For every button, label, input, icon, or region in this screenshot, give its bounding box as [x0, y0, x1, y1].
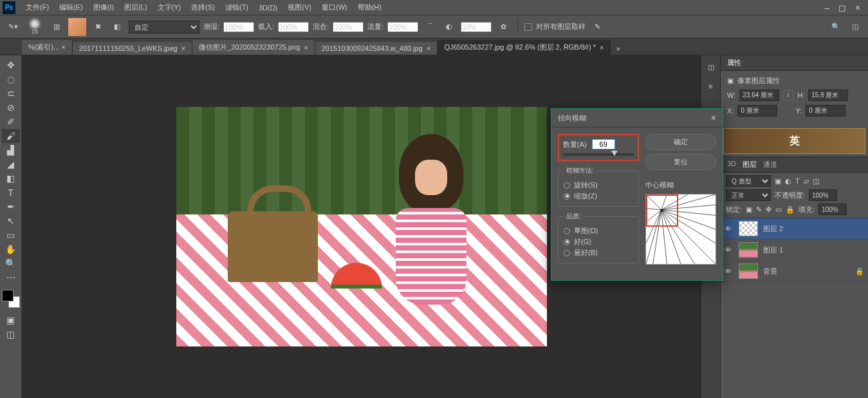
- layer-row[interactable]: 👁 背景 🔒: [721, 261, 868, 282]
- panel-tab-channels[interactable]: 通道: [763, 160, 777, 169]
- menu-window[interactable]: 窗口(W): [317, 3, 353, 12]
- color-swatches[interactable]: [2, 290, 20, 308]
- menu-view[interactable]: 视图(V): [282, 3, 317, 12]
- lock-paint-icon[interactable]: ✎: [756, 205, 762, 214]
- quality-best-radio[interactable]: 最好(B): [564, 248, 633, 258]
- tool-preset-icon[interactable]: ✎▾: [5, 19, 21, 35]
- hand-tool-icon[interactable]: ✋: [2, 242, 20, 256]
- window-minimize-icon[interactable]: ‒: [819, 3, 835, 13]
- reset-button[interactable]: 复位: [645, 154, 716, 170]
- method-zoom-radio[interactable]: 缩放(Z): [564, 191, 633, 201]
- brush-panel-icon[interactable]: ▥: [49, 19, 64, 35]
- shape-tool-icon[interactable]: ▭: [2, 228, 20, 242]
- layer-row[interactable]: 👁 图层 1: [721, 240, 868, 261]
- load-input[interactable]: [278, 22, 309, 32]
- layer-thumb[interactable]: [739, 263, 758, 279]
- zoom-tool-icon[interactable]: 🔍: [2, 256, 20, 270]
- method-spin-radio[interactable]: 旋转(S): [564, 180, 633, 190]
- layer-name[interactable]: 图层 2: [763, 224, 783, 234]
- layer-thumb[interactable]: [739, 242, 758, 258]
- close-icon[interactable]: ×: [600, 44, 604, 52]
- quickselect-tool-icon[interactable]: ⊘: [2, 100, 20, 115]
- blend-mode-select[interactable]: 正常: [726, 189, 771, 201]
- ok-button[interactable]: 确定: [645, 134, 716, 150]
- tablet-pressure-icon[interactable]: ✎: [589, 19, 605, 35]
- menu-filter[interactable]: 滤镜(T): [220, 3, 254, 12]
- gradient-tool-icon[interactable]: ◧: [2, 171, 20, 185]
- width-input[interactable]: [739, 90, 779, 101]
- menu-type[interactable]: 文字(Y): [152, 3, 187, 12]
- panel-tab-properties[interactable]: 属性: [727, 58, 741, 68]
- tab-2[interactable]: 微信图片_20200523230725.png×: [192, 40, 315, 55]
- pen-tool-icon[interactable]: ✒: [2, 200, 20, 214]
- search-icon[interactable]: 🔍: [828, 19, 844, 35]
- brush-preview[interactable]: 15: [24, 18, 45, 36]
- x-input[interactable]: [737, 105, 777, 117]
- color-swatch[interactable]: [68, 18, 86, 36]
- menu-edit[interactable]: 编辑(E): [54, 3, 88, 12]
- smoothing-input[interactable]: [461, 22, 492, 32]
- window-restore-icon[interactable]: ◻: [835, 3, 850, 13]
- tab-4-active[interactable]: QJ6505263227.jpg @ 82.6% (图层 2, RGB/8#) …: [438, 40, 611, 55]
- menu-layer[interactable]: 图层(L): [119, 3, 152, 12]
- sample-all-checkbox[interactable]: [524, 23, 532, 31]
- eraser-tool-icon[interactable]: ◢: [2, 157, 20, 171]
- lock-move-icon[interactable]: ✥: [766, 205, 771, 214]
- layer-thumb[interactable]: [739, 221, 758, 236]
- visibility-icon[interactable]: 👁: [725, 267, 734, 275]
- filter-pixel-icon[interactable]: ▣: [775, 177, 781, 185]
- lock-artboard-icon[interactable]: ▭: [775, 205, 782, 214]
- lock-all-icon[interactable]: 🔒: [786, 205, 795, 214]
- smoothing-icon[interactable]: ◐: [441, 19, 457, 35]
- brush-tool-icon[interactable]: 🖌: [2, 129, 20, 143]
- styles-icon[interactable]: ≡: [705, 80, 717, 93]
- path-tool-icon[interactable]: ↖: [2, 214, 20, 228]
- close-icon[interactable]: ×: [181, 44, 185, 52]
- tab-1[interactable]: 20171111150255_LeWKS.jpeg×: [73, 42, 192, 55]
- dialog-close-icon[interactable]: ×: [711, 113, 716, 123]
- marquee-tool-icon[interactable]: ◌: [2, 72, 20, 86]
- link-icon[interactable]: ⌇: [783, 90, 793, 100]
- stamp-tool-icon[interactable]: ▟: [2, 143, 20, 157]
- window-close-icon[interactable]: ×: [850, 3, 865, 13]
- menu-3d[interactable]: 3D(D): [254, 4, 282, 12]
- lock-pixel-icon[interactable]: ▣: [746, 205, 752, 214]
- menu-image[interactable]: 图像(I): [88, 3, 119, 12]
- height-input[interactable]: [808, 90, 848, 101]
- layer-kind-filter[interactable]: Q 类型: [726, 175, 771, 187]
- slider-thumb-icon[interactable]: [611, 151, 618, 156]
- opacity-input[interactable]: [809, 189, 837, 201]
- gear-icon[interactable]: ✿: [495, 19, 511, 35]
- tab-0[interactable]: %(索引)... ×: [22, 40, 73, 55]
- quality-good-radio[interactable]: 好(G): [564, 237, 633, 247]
- close-icon[interactable]: ×: [304, 44, 308, 52]
- mix-input[interactable]: [333, 22, 364, 32]
- tabs-overflow[interactable]: »: [611, 42, 625, 55]
- filter-adjust-icon[interactable]: ◐: [785, 177, 791, 185]
- layer-name[interactable]: 背景: [763, 267, 777, 276]
- menu-help[interactable]: 帮助(H): [353, 3, 387, 12]
- fg-color[interactable]: [2, 290, 14, 301]
- mixer-clean-icon[interactable]: ◧: [109, 19, 125, 35]
- quickmask-icon[interactable]: ▣: [2, 313, 20, 327]
- mixer-load-icon[interactable]: ✖: [90, 19, 106, 35]
- preset-dropdown[interactable]: 自定: [129, 21, 199, 33]
- layer-row[interactable]: 👁 图层 2: [721, 218, 868, 240]
- filter-smart-icon[interactable]: ◫: [813, 177, 819, 185]
- type-tool-icon[interactable]: T: [2, 185, 20, 200]
- lasso-tool-icon[interactable]: ⊂: [2, 86, 20, 100]
- filter-type-icon[interactable]: T: [795, 177, 800, 185]
- amount-input[interactable]: [592, 139, 615, 149]
- close-icon[interactable]: ×: [427, 44, 430, 52]
- workspace-icon[interactable]: ◫: [847, 19, 863, 35]
- filter-shape-icon[interactable]: ▱: [804, 177, 809, 185]
- visibility-icon[interactable]: 👁: [725, 246, 734, 254]
- amount-slider[interactable]: [563, 153, 634, 156]
- menu-file[interactable]: 文件(F): [21, 3, 54, 12]
- menu-select[interactable]: 选择(S): [186, 3, 220, 12]
- quality-draft-radio[interactable]: 草图(D): [564, 226, 633, 236]
- airbrush-icon[interactable]: ⌒: [422, 19, 438, 35]
- layer-name[interactable]: 图层 1: [763, 245, 783, 255]
- ad-banner[interactable]: 英: [723, 128, 865, 154]
- visibility-icon[interactable]: 👁: [725, 225, 734, 232]
